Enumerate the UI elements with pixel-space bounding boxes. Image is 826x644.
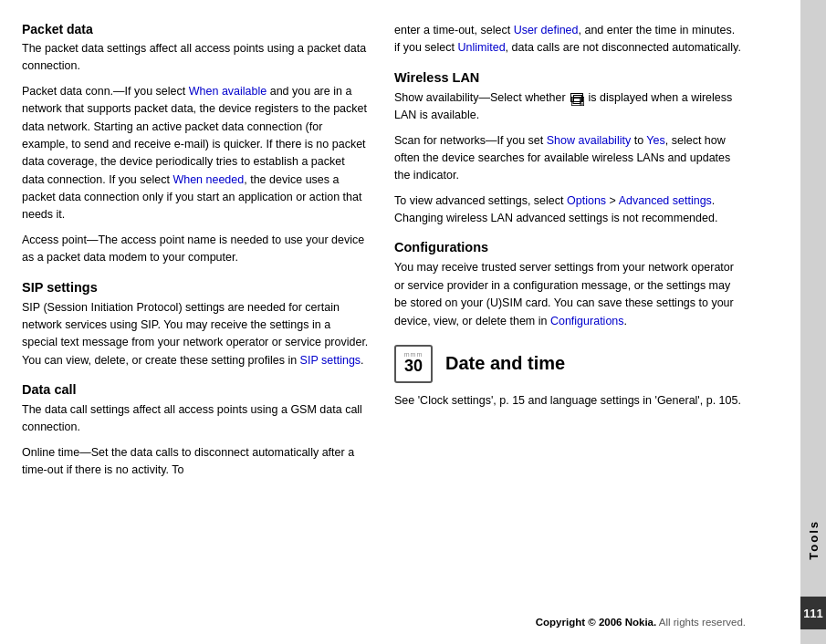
when-available-link: When available — [189, 85, 267, 98]
configurations-link: Configurations — [550, 315, 624, 327]
advanced-arrow: > — [610, 194, 616, 207]
when-needed-link: When needed — [173, 173, 244, 186]
sip-settings-section: SIP settings SIP (Session Initiation Pro… — [22, 280, 369, 370]
calendar-icon: mmm 30 — [394, 345, 433, 383]
main-content: Packet data The packet data settings aff… — [0, 0, 800, 644]
packet-data-section: Packet data The packet data settings aff… — [22, 22, 369, 267]
rights-text: All rights reserved. — [659, 617, 746, 628]
sip-settings-link: SIP settings — [300, 354, 361, 367]
show-availability-label: Show availability — [394, 91, 478, 104]
packet-data-intro: The packet data settings affect all acce… — [22, 40, 369, 76]
access-point-para: Access point—The access point name is ne… — [22, 232, 369, 267]
advanced-settings-link: Advanced settings — [619, 194, 712, 207]
packet-data-conn-para: Packet data conn.—If you select When ava… — [22, 83, 369, 224]
date-time-header: mmm 30 Date and time — [394, 345, 741, 383]
left-column: Packet data The packet data settings aff… — [22, 22, 369, 629]
date-time-title: Date and time — [445, 353, 565, 374]
sip-settings-para: SIP (Session Initiation Protocol) settin… — [22, 299, 369, 370]
svg-point-3 — [581, 99, 583, 101]
copyright-text: Copyright © 2006 Nokia. — [536, 617, 656, 628]
side-tab-label: Tools — [807, 520, 821, 560]
wireless-lan-section: Wireless LAN Show availability—Select wh… — [394, 70, 741, 228]
copyright-line: Copyright © 2006 Nokia. All rights reser… — [536, 617, 746, 628]
date-time-text: See 'Clock settings', p. 15 and language… — [394, 392, 741, 410]
date-time-section: mmm 30 Date and time See 'Clock settings… — [394, 345, 741, 410]
side-tab: Tools 111 — [800, 0, 826, 644]
show-availability-text: —Select whether — [478, 91, 565, 104]
scan-yes-link: Yes — [646, 134, 664, 147]
online-time-para: Online time—Set the data calls to discon… — [22, 444, 369, 480]
configurations-para: You may receive trusted server settings … — [394, 259, 741, 330]
svg-point-5 — [581, 104, 583, 106]
continued-text3: , data calls are not disconnected automa… — [506, 41, 741, 54]
right-column: enter a time-out, select User defined, a… — [394, 22, 741, 629]
svg-rect-1 — [573, 99, 580, 104]
continued-text: enter a time-out, select — [394, 24, 510, 36]
packet-data-conn-text2: and you are in a network that supports p… — [22, 85, 367, 186]
page-number: 111 — [800, 597, 826, 629]
configurations-end: . — [624, 315, 627, 327]
online-time-label: Online time — [22, 446, 79, 459]
data-call-section: Data call The data call settings affect … — [22, 382, 369, 480]
calendar-number: 30 — [404, 358, 423, 376]
options-link: Options — [567, 194, 606, 207]
access-point-label: Access point — [22, 234, 87, 246]
packet-data-title: Packet data — [22, 22, 369, 36]
sip-settings-end: . — [361, 354, 363, 367]
configurations-title: Configurations — [394, 240, 741, 254]
wireless-lan-title: Wireless LAN — [394, 70, 741, 85]
svg-point-4 — [581, 101, 583, 103]
packet-data-conn-label: Packet data conn. — [22, 85, 113, 98]
scan-show-availability-link: Show availability — [547, 134, 631, 147]
advanced-settings-para: To view advanced settings, select Option… — [394, 192, 741, 228]
sip-settings-title: SIP settings — [22, 280, 369, 295]
data-call-para: The data call settings affect all access… — [22, 401, 369, 437]
scan-for-networks-para: Scan for networks—If you set Show availa… — [394, 132, 741, 185]
advanced-text1: To view advanced settings, select — [394, 194, 564, 207]
unlimited-link: Unlimited — [458, 41, 506, 54]
show-availability-para: Show availability—Select whether is disp… — [394, 89, 741, 125]
scan-for-networks-label: Scan for networks — [394, 134, 486, 147]
user-defined-link: User defined — [514, 24, 579, 36]
scan-text2: to — [634, 134, 643, 147]
packet-data-conn-text1: —If you select — [113, 85, 189, 98]
configurations-section: Configurations You may receive trusted s… — [394, 240, 741, 330]
wireless-lan-icon — [570, 93, 583, 102]
data-call-title: Data call — [22, 382, 369, 397]
continued-para: enter a time-out, select User defined, a… — [394, 22, 741, 57]
scan-text1: —If you set — [486, 134, 543, 147]
